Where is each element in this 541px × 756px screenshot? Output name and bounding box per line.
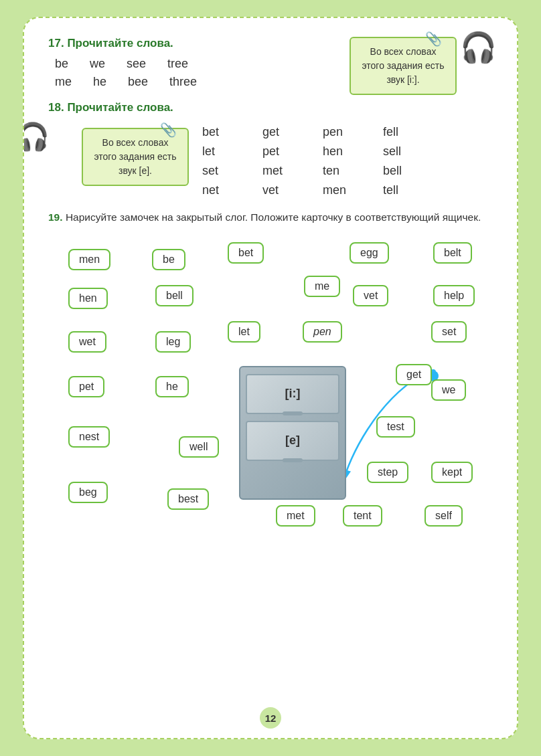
card-nest: nest (68, 426, 110, 448)
word-met: met (262, 163, 316, 179)
note-18-text: Во всех словах этого задания есть звук [… (94, 137, 176, 176)
word-pen: pen (323, 124, 376, 140)
card-self: self (424, 505, 463, 527)
card-beg: beg (68, 482, 108, 503)
word-we: we (90, 57, 105, 71)
card-egg: egg (350, 242, 389, 264)
drawer-e-label: [e] (285, 434, 300, 448)
card-let: let (228, 321, 260, 343)
cabinet-drawer-i: [i:] (246, 374, 339, 414)
card-belt: belt (433, 242, 472, 264)
word-let: let (202, 143, 256, 160)
card-step: step (367, 462, 408, 483)
word-me: me (55, 75, 72, 89)
word-bell: bell (383, 163, 437, 179)
section-17-number: 17. (48, 37, 64, 50)
word-net: net (202, 182, 256, 199)
word-bee: bee (128, 75, 148, 89)
word-get: get (262, 124, 316, 140)
word-see: see (127, 57, 146, 71)
word-be: be (55, 57, 68, 71)
card-he: he (155, 376, 189, 397)
card-well: well (179, 436, 219, 458)
page: 17. Прочитайте слова. be we see tree me … (23, 17, 518, 739)
section-18-number: 18. (48, 101, 64, 114)
headphones-17-icon: 🎧 (460, 30, 497, 65)
card-met2: met (276, 505, 315, 527)
cabinet-drawer-e: [e] (246, 421, 339, 461)
headphones-18-icon: 🎧 (23, 121, 50, 153)
section-18: 18. Прочитайте слова. 🎧 Во всех словах э… (48, 101, 493, 199)
section-18-header: 18. Прочитайте слова. (48, 101, 493, 114)
card-kept: kept (431, 462, 473, 483)
note-box-17: Во всех словах этого задания есть звук [… (350, 37, 457, 95)
section-18-title: Прочитайте слова. (67, 101, 173, 114)
drawer-i-label: [i:] (285, 387, 301, 401)
word-hen: hen (323, 143, 376, 160)
card-be: be (152, 249, 185, 270)
word-he: he (93, 75, 106, 89)
card-wet: wet (68, 331, 106, 353)
card-vet: vet (353, 285, 388, 306)
card-pet: pet (68, 376, 104, 397)
word-fell: fell (383, 124, 437, 140)
card-we: we (431, 379, 466, 401)
word-pet: pet (262, 143, 316, 160)
card-set: set (431, 321, 467, 343)
card-best: best (167, 488, 209, 510)
note-18-wrapper: 🎧 Во всех словах этого задания есть звук… (48, 128, 189, 186)
card-get: get (396, 364, 432, 385)
card-bell: bell (155, 285, 194, 306)
card-pen: pen (303, 321, 342, 343)
word-vet: vet (262, 182, 316, 199)
word-bet: bet (202, 124, 256, 140)
section-19: 19. Нарисуйте замочек на закрытый слог. … (48, 209, 493, 597)
card-bet: bet (228, 242, 264, 264)
section-18-content: 🎧 Во всех словах этого задания есть звук… (48, 121, 493, 199)
section-19-header: 19. Нарисуйте замочек на закрытый слог. … (48, 209, 493, 226)
cabinet-body: [i:] [e] (239, 366, 346, 500)
note-box-18: Во всех словах этого задания есть звук [… (82, 128, 189, 186)
section-19-number: 19. (48, 211, 63, 223)
section-19-title: Нарисуйте замочек на закрытый слог. Поло… (66, 211, 481, 223)
word-sell: sell (383, 143, 437, 160)
cabinet: [i:] [e] (239, 366, 346, 500)
card-hen: hen (68, 288, 108, 309)
word-set: set (202, 163, 256, 179)
card-help: help (433, 285, 475, 306)
word-men: men (323, 182, 376, 199)
section-17-title: Прочитайте слова. (67, 37, 173, 50)
cards-area: men be bet egg belt hen bell me vet help… (48, 235, 493, 597)
section-18-words: bet get pen fell let pet hen sell set me… (202, 121, 437, 199)
card-tent: tent (343, 505, 382, 527)
card-test: test (376, 416, 415, 438)
page-number: 12 (260, 707, 281, 729)
word-tell: tell (383, 182, 437, 199)
card-men: men (68, 249, 110, 270)
word-ten: ten (323, 163, 376, 179)
card-leg: leg (155, 331, 191, 353)
word-tree: tree (167, 57, 188, 71)
word-three: three (169, 75, 197, 89)
card-me: me (304, 276, 340, 297)
note-17-text: Во всех словах этого задания есть звук [… (362, 46, 444, 85)
